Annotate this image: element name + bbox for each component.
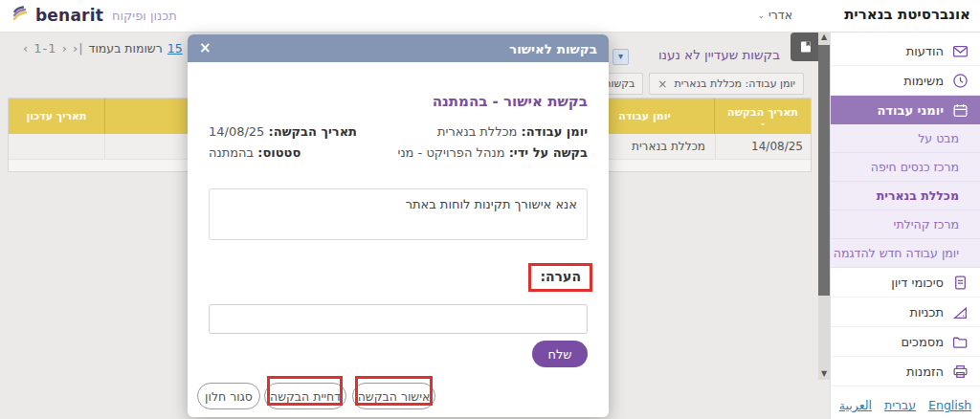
- approve-request-button[interactable]: אישור הבקשה: [352, 383, 435, 409]
- close-icon[interactable]: ×: [199, 41, 212, 55]
- document-icon: [951, 274, 969, 291]
- filter-chip-label: יומן עבודה: מכללת בנארית: [674, 77, 795, 90]
- sidebar-item-discussion-summaries[interactable]: סיכומי דיון: [831, 268, 980, 298]
- language-switcher: English עברית العربية: [831, 398, 980, 412]
- sidebar-item-haifa-conference-center[interactable]: מרכז כנסים חיפה: [831, 153, 980, 182]
- org-title: אונברסיטת בנארית: [844, 6, 970, 23]
- sidebar-item-new-demo-work-log[interactable]: יומן עבודה חדש להדגמה: [831, 239, 980, 268]
- annotation-note-highlight: הערה:: [528, 263, 592, 292]
- sidebar-item-overview[interactable]: מבט על: [831, 124, 980, 153]
- cell-update-date: [9, 134, 104, 159]
- sidebar-list: הודעות משימות יומני עבודה מב: [831, 36, 980, 386]
- sidebar-item-documents[interactable]: מסמכים: [831, 327, 980, 357]
- language-link-hebrew[interactable]: עברית: [884, 398, 916, 412]
- close-icon[interactable]: ×: [657, 77, 667, 91]
- modal-footer: סגור חלון דחיית הבקשה אישור הבקשה: [188, 383, 609, 409]
- sidebar-item-label: משימות: [903, 74, 944, 88]
- reject-request-button[interactable]: דחיית הבקשה: [264, 383, 346, 409]
- filter-chip-work-log[interactable]: יומן עבודה: מכללת בנארית ×: [649, 73, 804, 95]
- sidebar-item-orders[interactable]: הזמנות: [831, 357, 980, 386]
- approval-requests-modal: בקשות לאישור × בקשת אישור - בהמתנה יומן …: [188, 34, 609, 417]
- pager-controls[interactable]: ‹ 1-1 › ›|: [23, 41, 84, 55]
- scrollbar-thumb[interactable]: [818, 45, 830, 296]
- pagination-info-suffix: רשומות בעמוד: [89, 41, 163, 55]
- brand-name: benarit: [35, 6, 103, 25]
- topbar: benarit תכנון ופיקוח אדרי ⌄ אונברסיטת בנ…: [0, 0, 980, 33]
- sidebar-item-community-center[interactable]: מרכז קהילתי: [831, 210, 980, 239]
- scrollbar-down-arrow[interactable]: ▼: [818, 368, 830, 380]
- sidebar-item-label: מרכז כנסים חיפה: [871, 160, 959, 174]
- language-link-arabic[interactable]: العربية: [839, 398, 872, 412]
- cell-request-date: 14/08/25: [715, 134, 811, 159]
- calendar-icon: [951, 101, 969, 119]
- content-scrollbar[interactable]: ▲ ▼: [818, 32, 830, 380]
- sidebar-item-label: מרכז קהילתי: [894, 217, 959, 232]
- field-request-date: תאריך הבקשה: 14/08/25: [209, 124, 363, 139]
- column-header-request-date[interactable]: תאריך הבקשה ⌄: [714, 99, 811, 134]
- modal-body: בקשת אישור - בהמתנה יומן עבודה: מכללת בנ…: [188, 93, 609, 367]
- sidebar-item-work-logs[interactable]: יומני עבודה: [831, 96, 980, 124]
- filter-chips: יומן עבודה: מכללת בנארית × בקשות שע: [578, 73, 804, 95]
- field-work-log: יומן עבודה: מכללת בנארית: [363, 124, 588, 139]
- note-row: הערה:: [209, 263, 592, 293]
- request-fields: יומן עבודה: מכללת בנארית תאריך הבקשה: 14…: [209, 124, 588, 160]
- sidebar: הודעות משימות יומני עבודה מב: [830, 32, 980, 419]
- bookmark-icon: [798, 39, 813, 55]
- chevron-down-icon: ⌄: [757, 11, 765, 20]
- envelope-icon: [951, 42, 969, 59]
- sidebar-item-label: הודעות: [906, 44, 944, 58]
- modal-header: בקשות לאישור ×: [188, 34, 609, 62]
- journal-bookmark-button[interactable]: [791, 33, 821, 61]
- note-input[interactable]: [209, 304, 588, 334]
- sidebar-item-benarit-college[interactable]: מכללת בנארית: [831, 182, 980, 210]
- app-root: benarit תכנון ופיקוח אדרי ⌄ אונברסיטת בנ…: [0, 0, 980, 419]
- set-square-icon: [951, 303, 969, 320]
- column-header-update-date[interactable]: תאריך עדכון: [9, 99, 104, 134]
- brand-subtitle: תכנון ופיקוח: [112, 9, 177, 23]
- scrollbar-up-arrow[interactable]: ▲: [818, 32, 830, 43]
- dropdown-caret-icon[interactable]: ▾: [612, 49, 629, 65]
- user-menu[interactable]: אדרי ⌄: [757, 8, 792, 22]
- request-filter-dropdown[interactable]: בקשות שעדיין לא נענו: [658, 47, 780, 62]
- note-label: הערה:: [540, 269, 581, 284]
- sidebar-item-plans[interactable]: תכניות: [831, 298, 980, 327]
- sidebar-item-label: יומני עבודה: [877, 103, 944, 118]
- clock-icon: [951, 72, 969, 89]
- sidebar-item-tasks[interactable]: משימות: [831, 66, 980, 96]
- sidebar-item-label: מסמכים: [901, 335, 944, 349]
- sidebar-item-label: הזמנות: [906, 364, 944, 379]
- folder-icon: [951, 333, 969, 350]
- sidebar-item-label: מכללת בנארית: [877, 188, 959, 203]
- send-button[interactable]: שלח: [532, 341, 588, 367]
- request-heading: בקשת אישור - בהמתנה: [209, 93, 588, 110]
- printer-icon: [951, 363, 969, 380]
- page-size-link[interactable]: 15: [167, 41, 183, 55]
- sort-caret-icon: ⌄: [759, 119, 767, 126]
- send-row: שלח: [209, 341, 588, 367]
- field-requested-by: בקשה על ידי: מנהל הפרויקט - מני: [363, 145, 588, 160]
- close-window-button[interactable]: סגור חלון: [197, 383, 260, 409]
- modal-title: בקשות לאישור: [212, 41, 597, 56]
- language-link-english[interactable]: English: [928, 398, 971, 412]
- sidebar-item-messages[interactable]: הודעות: [831, 36, 980, 66]
- sidebar-item-label: מבט על: [918, 131, 959, 145]
- field-status: סטטוס: בהמתנה: [209, 145, 363, 160]
- request-message-box: אנא אישורך תקינות לוחות באתר: [209, 188, 588, 240]
- sidebar-item-label: סיכומי דיון: [891, 276, 944, 290]
- user-menu-label: אדרי: [768, 8, 792, 22]
- brand-logo[interactable]: benarit תכנון ופיקוח: [11, 4, 177, 27]
- sidebar-item-label: יומן עבודה חדש להדגמה: [834, 246, 959, 260]
- brand-logo-icon: [11, 4, 31, 27]
- sidebar-item-label: תכניות: [909, 305, 944, 320]
